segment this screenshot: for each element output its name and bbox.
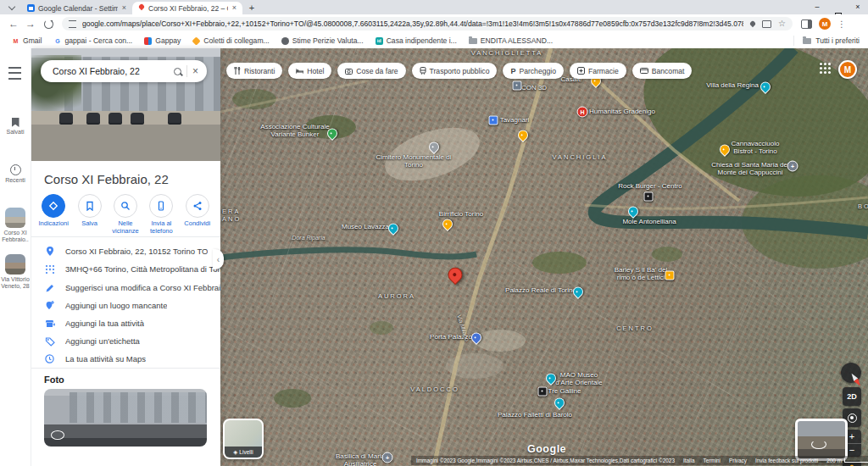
divider — [186, 65, 187, 77]
suggest-edit-row[interactable]: Suggerisci una modifica a Corso XI Febbr… — [31, 279, 220, 297]
profile-avatar[interactable]: M — [819, 18, 831, 30]
chip-hotel[interactable]: Hotel — [288, 63, 331, 79]
map-label-tre-galline[interactable]: Tre Galline — [548, 387, 581, 395]
church-icon[interactable]: + — [787, 161, 798, 172]
chip-parcheggio[interactable]: PParcheggio — [503, 63, 564, 79]
2d-view-button[interactable]: 2D — [843, 387, 861, 406]
map-label-rock-burger[interactable]: Rock Burger - Centro — [618, 182, 682, 190]
clear-search-icon[interactable]: × — [192, 65, 198, 77]
rail-recent-corso[interactable]: Corso XI Febbraio.. — [0, 208, 31, 243]
address-row[interactable]: Corso XI Febbraio, 22, 10152 Torino TO — [31, 242, 220, 260]
link-termini[interactable]: Termini — [703, 458, 721, 463]
bookmark-stime[interactable]: Stime Perizie Valuta... — [281, 36, 364, 45]
map-canvas[interactable]: Ristoranti Hotel Cose da fare Trasporto … — [220, 48, 868, 466]
district-label: VANCHIGLIETTA — [471, 50, 542, 58]
map-label-museo-lavazza[interactable]: Museo Lavazza — [342, 223, 389, 230]
bookmark-casa[interactable]: idCasa indipendente i... — [376, 36, 457, 45]
add-label-row[interactable]: Aggiungi un'etichetta — [31, 332, 220, 350]
tab-close-icon[interactable]: × — [231, 4, 237, 12]
minimize-button[interactable]: – — [807, 0, 827, 14]
new-tab-button[interactable]: + — [246, 2, 258, 14]
map-label-cimitero-monumentale[interactable]: Cimitero Monumentale di Torino — [374, 153, 453, 169]
address-bar[interactable]: google.com/maps/place/Corso+XI+Febbraio,… — [62, 17, 793, 31]
chip-trasporto-pubblico[interactable]: Trasporto pubblico — [412, 63, 498, 79]
business-logo-square[interactable] — [644, 192, 654, 202]
map-profile-avatar[interactable]: M — [838, 60, 857, 79]
phone-icon — [149, 194, 173, 218]
map-label-tavagnari[interactable]: Tavagnari — [500, 116, 530, 124]
rail-recents[interactable]: Recenti — [0, 164, 31, 184]
chip-ristoranti[interactable]: Ristoranti — [226, 63, 282, 79]
bookmark-gappai[interactable]: Ggappai - Cerca con... — [53, 36, 132, 45]
map-label-palazzo-reale[interactable]: Palazzo Reale di Torino — [505, 286, 576, 294]
nearby-button[interactable]: Nelle vicinanze — [108, 194, 143, 233]
bookmark-gmail[interactable]: MGmail — [12, 36, 42, 45]
rail-recent-via-vittorio[interactable]: Via Vittorio Veneto, 28 — [0, 254, 31, 290]
bookmark-star-icon[interactable]: ☆ — [778, 19, 786, 28]
send-to-device-icon[interactable] — [762, 20, 771, 28]
chip-bancomat[interactable]: Bancomat — [632, 63, 693, 79]
map-label-birrificio-torino[interactable]: Birrificio Torino — [439, 210, 483, 218]
map-label-mole-antonelliana[interactable]: Mole Antonelliana — [622, 218, 676, 225]
layers-button[interactable]: ◈Livelli — [223, 419, 264, 459]
search-icon[interactable] — [174, 68, 181, 75]
link-feedback[interactable]: Invia feedback sui prodotti — [755, 458, 818, 463]
bookmark-coletti[interactable]: Coletti di collegam... — [192, 36, 269, 45]
close-window-button[interactable]: × — [848, 0, 868, 14]
tab-maps-active[interactable]: Corso XI Febbraio, 22 – Googl... × — [132, 2, 242, 14]
bookmark-gappay[interactable]: Gappay — [144, 36, 181, 45]
business-logo-square[interactable] — [538, 387, 548, 397]
browser-menu-icon[interactable]: ⋮ — [837, 19, 846, 29]
link-italia[interactable]: Italia — [683, 458, 695, 463]
maps-activity-row[interactable]: La tua attività su Maps — [31, 350, 220, 368]
location-permission-icon[interactable] — [749, 20, 756, 27]
rail-saved[interactable]: Salvati — [0, 118, 31, 136]
map-label-humanitas-gradenigo[interactable]: Humanitas Gradenigo — [589, 108, 655, 115]
photo-card[interactable] — [44, 389, 207, 447]
street-view-preview[interactable] — [795, 419, 848, 461]
bookmark-endita-folder[interactable]: ENDITA ALESSAND... — [469, 36, 553, 45]
all-bookmarks-button[interactable]: Tutti i preferiti — [793, 36, 860, 46]
hospital-icon[interactable]: H — [577, 107, 588, 118]
map-label-cannavacciuolo-bistrot[interactable]: Cannavacciuolo Bistrot - Torino — [728, 140, 782, 155]
directions-button[interactable]: Indicazioni — [36, 194, 71, 233]
compass-control[interactable] — [841, 363, 861, 383]
send-to-phone-button[interactable]: Invia al telefono — [143, 194, 179, 233]
search-box[interactable]: Corso XI Febbraio, 22 × — [41, 60, 207, 82]
add-business-row[interactable]: Aggiungi la tua attività — [31, 314, 220, 332]
tab-title: Google Calendar - Settimana i... — [38, 4, 118, 13]
tab-search-chevron-icon[interactable] — [5, 2, 19, 14]
forward-button[interactable]: → — [22, 18, 39, 30]
plus-code-row[interactable]: 3MHQ+66 Torino, Città Metropolitana di T… — [31, 260, 220, 278]
share-button[interactable]: Condividi — [180, 194, 215, 233]
save-button[interactable]: Salva — [72, 194, 108, 233]
google-apps-grid-icon[interactable] — [820, 63, 831, 74]
tab-close-icon[interactable]: × — [121, 4, 127, 12]
menu-hamburger-icon[interactable] — [8, 67, 21, 80]
add-place-row[interactable]: Aggiungi un luogo mancante — [31, 297, 220, 314]
transit-station-icon[interactable] — [489, 116, 498, 125]
map-label-villa-della-regina[interactable]: Villa della Regina — [706, 81, 759, 89]
search-input[interactable]: Corso XI Febbraio, 22 — [53, 66, 174, 76]
reload-button[interactable] — [44, 19, 53, 29]
motorcycle — [131, 113, 144, 123]
shopping-square-icon[interactable] — [665, 271, 675, 280]
scale-bar[interactable]: 200 m — [826, 458, 868, 463]
tab-google-calendar[interactable]: Google Calendar - Settimana i... × — [22, 2, 132, 14]
map-label-variante-bunker[interactable]: Associazione Culturale Variante Bunker — [259, 123, 331, 138]
map-label-chiesa-cappuccini[interactable]: Chiesa di Santa Maria del Monte dei Capp… — [709, 161, 791, 176]
map-label-basilica-ausiliatrice[interactable]: Basilica di Maria Ausiliatrice — [333, 452, 387, 466]
map-label-barley[interactable]: Barley S il Ba' del rimo ó de Lettici — [613, 266, 669, 281]
link-privacy[interactable]: Privacy — [729, 458, 747, 463]
nearby-search-icon — [114, 194, 137, 218]
chip-farmacie[interactable]: Farmacie — [570, 63, 626, 79]
business-square-icon[interactable] — [513, 81, 522, 91]
chip-cose-da-fare[interactable]: Cose da fare — [337, 63, 405, 79]
map-label-con-3d[interactable]: CON 3D — [521, 84, 547, 92]
map-label-palazzo-falletti[interactable]: Palazzo Falletti di Barolo — [498, 411, 572, 419]
site-settings-icon[interactable] — [69, 20, 76, 28]
side-panel-icon[interactable] — [801, 19, 812, 29]
back-button[interactable]: ← — [5, 18, 22, 30]
church-icon[interactable]: + — [382, 452, 393, 463]
map-label-mao-museo[interactable]: MAO Museo d'Arte Orientale — [554, 371, 604, 386]
